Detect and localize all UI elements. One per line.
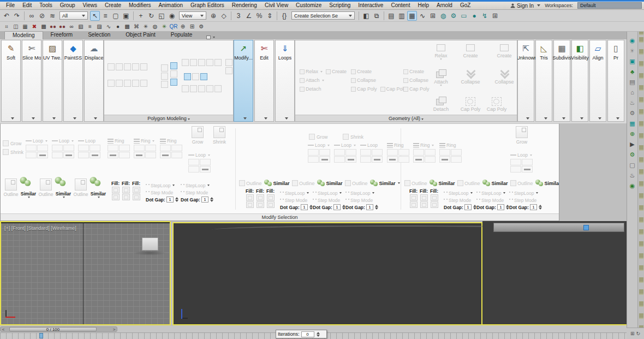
polygon-modeling-panel-label[interactable]: Polygon Modeling: [104, 115, 233, 121]
collapse-button[interactable]: Collapse: [351, 78, 376, 83]
teapot-icon[interactable]: ♨: [628, 171, 637, 180]
modify-mode-toggle[interactable]: [170, 79, 177, 86]
lamp-icon[interactable]: ◉: [628, 181, 637, 190]
select-rotate-icon[interactable]: ↻: [146, 11, 156, 21]
ring-group[interactable]: Ring: [387, 142, 411, 163]
column-expand-caret[interactable]: [616, 117, 619, 120]
menu-item[interactable]: Rendering: [228, 2, 261, 9]
time-slider[interactable]: < 0 / 100 >: [0, 326, 117, 332]
outline-button[interactable]: Outline: [510, 180, 533, 186]
front-viewport[interactable]: [+] [Front] [Standard] [Wireframe]: [0, 221, 171, 325]
create-button[interactable]: Create: [403, 69, 424, 74]
coordinate-system-dropdown[interactable]: View: [179, 11, 206, 20]
table-icon[interactable]: ▤: [628, 78, 637, 86]
vegetation-icon[interactable]: ♣: [628, 67, 637, 76]
viewport-nav-controls[interactable]: ⊞↻: [627, 328, 644, 339]
menu-item[interactable]: Edit: [19, 2, 35, 9]
dot-gap-field[interactable]: Dot Gap:1: [476, 204, 509, 211]
layer-explorer-icon[interactable]: ▥: [397, 11, 407, 21]
cursor-list-icon[interactable]: ≡: [86, 22, 94, 31]
select-object-icon[interactable]: ↖: [90, 11, 100, 21]
column-expand-caret[interactable]: [264, 117, 267, 120]
select-scale-icon[interactable]: ◱: [157, 11, 166, 21]
grow-button[interactable]: Grow: [3, 140, 21, 146]
rxyz-icon[interactable]: ✖: [30, 22, 39, 31]
selection-marker[interactable]: [583, 225, 589, 230]
similar-button[interactable]: Similar: [89, 177, 108, 198]
named-selection-sets-icon[interactable]: {}: [279, 11, 289, 21]
column-expand-caret[interactable]: [580, 117, 583, 120]
ribbon-column[interactable]: ⇓ Loops: [275, 40, 295, 122]
outline-button[interactable]: Outline: [404, 180, 427, 186]
time-slider-handle[interactable]: 0 / 100: [9, 327, 97, 331]
snaps-toggle-icon[interactable]: 3: [234, 11, 243, 21]
attach-button[interactable]: Attach: [300, 78, 324, 83]
rendered-frame-icon[interactable]: ▭: [459, 11, 469, 21]
steploop-button[interactable]: StepLoop: [181, 182, 213, 189]
frame-marker[interactable]: [39, 333, 43, 338]
similar-button[interactable]: Similar: [535, 180, 559, 187]
fill-button[interactable]: [246, 201, 254, 208]
menu-item[interactable]: File: [2, 2, 19, 9]
render-setup-icon[interactable]: ⚙: [449, 11, 458, 21]
plant-icon[interactable]: ✳: [160, 22, 169, 31]
bind-spacewarp-icon[interactable]: ≋: [47, 11, 57, 21]
modify-mode-toggle[interactable]: [170, 62, 177, 69]
shrink-button[interactable]: Shrink: [210, 126, 229, 145]
column-expand-caret[interactable]: [526, 117, 529, 120]
fill-button[interactable]: [420, 194, 428, 201]
step-mode-button[interactable]: Step Mode: [509, 197, 542, 204]
column-expand-caret[interactable]: [243, 117, 247, 120]
outline-button[interactable]: Outline: [239, 180, 262, 186]
dot-gap-field[interactable]: Dot Gap:1: [444, 204, 476, 211]
create-button[interactable]: Create: [326, 69, 347, 74]
steploop-button[interactable]: StepLoop: [280, 189, 313, 197]
create-button[interactable]: Create: [459, 43, 482, 58]
perspective-viewport[interactable]: [172, 222, 482, 325]
loop-group[interactable]: Loop: [78, 138, 102, 158]
camera-icon[interactable]: ▣: [628, 57, 637, 66]
mirror-icon[interactable]: ◧: [361, 11, 371, 21]
menu-item[interactable]: Tools: [35, 2, 56, 9]
ribbon-tab[interactable]: Object Paint: [118, 31, 163, 39]
gear-icon[interactable]: ⚙: [628, 109, 637, 117]
ribbon-column[interactable]: ⇱ Unknown: [517, 40, 534, 122]
step-mode-button[interactable]: Step Mode: [444, 197, 476, 204]
render-production-icon[interactable]: ●: [469, 11, 479, 21]
step-mode-button[interactable]: Step Mode: [476, 197, 509, 204]
right-viewport-area[interactable]: [482, 221, 627, 325]
fill-button[interactable]: [420, 201, 428, 208]
fill-button[interactable]: [122, 187, 130, 193]
checker-icon[interactable]: ▩: [123, 22, 132, 31]
sphere-dark-icon[interactable]: ●: [114, 22, 122, 31]
steploop-button[interactable]: StepLoop: [476, 189, 509, 197]
loop-group[interactable]: Loop: [308, 142, 332, 163]
iterations-input[interactable]: 0: [301, 331, 314, 337]
ribbon-column[interactable]: ▯ Pr: [607, 40, 624, 122]
menu-item[interactable]: Views: [79, 2, 102, 9]
use-pivot-center-icon[interactable]: ⊕: [208, 11, 218, 21]
fill-button[interactable]: [246, 194, 254, 201]
grow-button[interactable]: Grow: [309, 134, 327, 140]
ribbon-column[interactable]: ▨ UV Twe...: [43, 40, 62, 122]
render-iterative-icon[interactable]: ↯: [480, 11, 490, 21]
sign-in-button[interactable]: Sign In: [510, 3, 540, 9]
step-mode-button[interactable]: Step Mode: [345, 197, 378, 204]
geometry-panel-label[interactable]: Geometry (All): [295, 115, 517, 121]
ribbon-column[interactable]: ◧ Visibility: [571, 40, 588, 122]
scene-explorer-icon[interactable]: ▤: [386, 11, 396, 21]
relax-button[interactable]: Relax: [430, 43, 452, 60]
iterations-spinner[interactable]: [317, 332, 320, 337]
wave-icon[interactable]: ∿: [104, 22, 113, 31]
gear-green-icon[interactable]: ⚙: [628, 150, 637, 159]
similar-button[interactable]: Similar: [264, 180, 294, 187]
create-button[interactable]: Create: [351, 69, 372, 74]
light-icon[interactable]: ◉: [628, 36, 637, 45]
column-expand-caret[interactable]: [598, 117, 601, 120]
percent-snap-icon[interactable]: %: [254, 11, 264, 21]
scene-object[interactable]: [142, 237, 158, 251]
similar-button[interactable]: Similar: [370, 180, 400, 187]
panel-icon[interactable]: ◫: [11, 22, 20, 31]
dither-icon[interactable]: ▩: [39, 22, 48, 31]
outline-button[interactable]: Outline: [2, 179, 20, 197]
